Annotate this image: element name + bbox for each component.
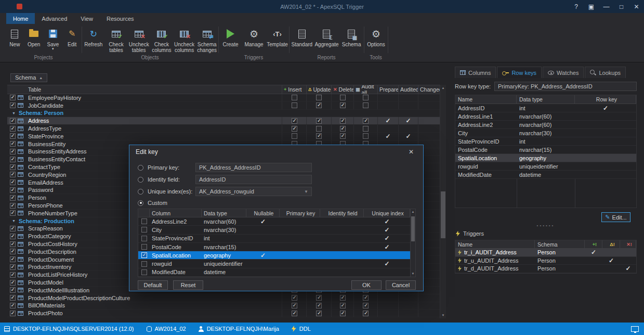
insert-checkbox[interactable] [292, 133, 297, 139]
row-checkbox[interactable] [10, 311, 16, 316]
column-header-data-type[interactable]: Data type [202, 209, 246, 217]
trigger-row[interactable]: tr_u_AUDIT_Address Person [455, 257, 636, 265]
column-checkbox[interactable] [141, 269, 147, 275]
column-header-row-key[interactable]: Row key [575, 95, 636, 104]
key-column-row[interactable]: SpatialLocation geography [138, 251, 410, 260]
row-key-type-value[interactable]: PrimaryKey: PK_Address_AddressID [494, 82, 637, 91]
delete-checkbox[interactable] [340, 295, 346, 301]
delete-checkbox[interactable] [340, 303, 346, 308]
unique-index-radio[interactable] [138, 189, 143, 195]
key-column-row[interactable]: PostalCode nvarchar(15) [138, 243, 410, 251]
unique-index-select[interactable]: AK_Address_rowguid ▼ [195, 187, 312, 196]
options-button[interactable]: ⚙ Options [365, 25, 388, 47]
row-checkbox[interactable] [10, 295, 16, 301]
audit-all-checkbox[interactable] [363, 133, 369, 139]
update-checkbox[interactable] [316, 133, 322, 139]
edit-row-key-button[interactable]: ✎ Edit... [601, 212, 630, 222]
row-checkbox[interactable] [10, 172, 16, 177]
row-checkbox[interactable] [10, 157, 16, 162]
group-by-schema-chip[interactable]: Schema ▲ [10, 73, 47, 82]
column-header-name[interactable]: Name [455, 95, 517, 104]
reset-button[interactable]: Reset [173, 280, 203, 290]
delete-checkbox[interactable] [340, 118, 346, 124]
update-checkbox[interactable] [316, 311, 322, 316]
check-tables-button[interactable]: ✓ Check tables [105, 25, 128, 53]
update-checkbox[interactable] [316, 303, 322, 308]
edit-button-ribbon[interactable]: ✎ Edit [62, 25, 82, 47]
insert-checkbox[interactable] [292, 95, 297, 100]
audit-all-checkbox[interactable] [363, 102, 369, 108]
trigger-row[interactable]: tr_d_AUDIT_Address Person [455, 265, 636, 273]
row-checkbox[interactable] [10, 226, 16, 231]
column-header-audited[interactable]: Audited [398, 85, 418, 94]
collapse-icon[interactable]: ▼ [12, 219, 16, 223]
update-checkbox[interactable] [316, 118, 322, 124]
key-column-row[interactable]: ModifiedDate datetime [138, 268, 410, 277]
column-header-audit-all[interactable]: ▦Audit all [353, 85, 377, 94]
table-row[interactable]: StateProvince [7, 133, 440, 140]
column-header-insert-trigger[interactable]: +! [585, 240, 602, 248]
column-row[interactable]: AddressID int [455, 104, 636, 112]
insert-checkbox[interactable] [292, 311, 297, 316]
save-button[interactable]: Save▾ [44, 25, 63, 50]
column-header-update[interactable]: ΔUpdate [306, 85, 331, 94]
row-checkbox[interactable] [10, 256, 16, 262]
column-row[interactable]: ModifiedDate datetime [455, 171, 636, 179]
status-ddl[interactable]: DDL [292, 326, 311, 332]
update-checkbox[interactable] [316, 126, 322, 132]
ribbon-tab[interactable]: View [74, 13, 100, 24]
tab-watches[interactable]: Watches [543, 67, 584, 78]
audit-all-checkbox[interactable] [363, 95, 369, 100]
row-checkbox[interactable] [10, 303, 16, 308]
column-checkbox[interactable] [141, 218, 147, 224]
insert-checkbox[interactable] [292, 102, 297, 108]
column-row[interactable]: City nvarchar(30) [455, 129, 636, 137]
row-checkbox[interactable] [10, 241, 16, 247]
column-header-insert[interactable]: +Insert [282, 85, 306, 94]
template-button[interactable]: ‹T› Template [266, 25, 289, 47]
column-row[interactable]: SpatialLocation geography [455, 154, 636, 162]
audit-all-checkbox[interactable] [363, 126, 369, 132]
delete-checkbox[interactable] [340, 133, 346, 139]
row-checkbox[interactable] [10, 102, 16, 108]
column-checkbox[interactable] [141, 227, 147, 233]
insert-checkbox[interactable] [292, 303, 297, 308]
scroll-up-icon[interactable]: ▲ [411, 209, 415, 215]
insert-checkbox[interactable] [292, 126, 297, 132]
row-checkbox[interactable] [10, 203, 16, 209]
delete-checkbox[interactable] [340, 102, 346, 108]
column-row[interactable]: StateProvinceID int [455, 137, 636, 146]
row-checkbox[interactable] [10, 264, 16, 270]
audit-all-checkbox[interactable] [363, 311, 369, 316]
column-header-name[interactable]: Name [455, 240, 535, 248]
column-header-primary-key[interactable]: Primary key [280, 209, 320, 217]
column-checkbox[interactable] [141, 261, 147, 267]
audit-all-checkbox[interactable] [363, 295, 369, 301]
manage-triggers-button[interactable]: ⚙ Manage [243, 25, 266, 47]
check-columns-button[interactable]: ✓ Check columns [150, 25, 173, 53]
row-checkbox[interactable] [10, 118, 16, 124]
panel-splitter[interactable]: •••••• [455, 223, 637, 228]
row-checkbox[interactable] [10, 179, 16, 185]
column-header-table[interactable]: Table [26, 85, 282, 94]
table-row[interactable]: EmployeePayHistory [7, 94, 440, 102]
insert-checkbox[interactable] [292, 295, 297, 301]
tab-columns[interactable]: Columns [455, 67, 496, 78]
table-row[interactable]: BillOfMaterials [7, 302, 440, 310]
column-checkbox[interactable] [141, 252, 147, 258]
row-checkbox[interactable] [10, 210, 16, 216]
row-checkbox[interactable] [10, 187, 16, 193]
column-header-prepared[interactable]: Prepared [377, 85, 398, 94]
primary-key-radio[interactable] [138, 165, 143, 171]
column-header-identity-field[interactable]: Identity field [320, 209, 364, 217]
row-checkbox[interactable] [10, 287, 16, 293]
column-header-delete[interactable]: ✕Delete [331, 85, 353, 94]
table-row[interactable]: ProductModelProductDescriptionCulture [7, 294, 440, 302]
primary-key-input[interactable]: PK_Address_AddressID [195, 163, 312, 172]
delete-checkbox[interactable] [340, 95, 346, 100]
new-button[interactable]: New [5, 25, 24, 47]
row-checkbox[interactable] [10, 149, 16, 154]
status-database[interactable]: AW2014_02 [147, 326, 186, 332]
scroll-down-icon[interactable]: ▼ [411, 271, 415, 277]
column-header-nullable[interactable]: Nullable [246, 209, 280, 217]
